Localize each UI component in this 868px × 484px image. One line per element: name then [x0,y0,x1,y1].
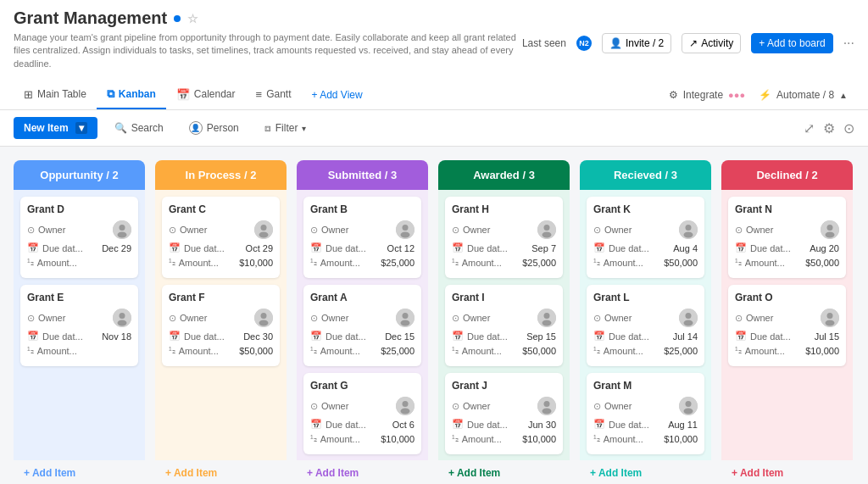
table-row[interactable]: Grant B ⊙ Owner 📅 Due dat... Oct 12 ¹₂ A… [303,197,421,278]
tab-kanban[interactable]: ⧉ Kanban [97,81,166,109]
add-item-received[interactable]: + Add Item [580,460,711,484]
svg-point-4 [120,313,125,319]
invite-button[interactable]: 👤 Invite / 2 [602,33,671,53]
table-row[interactable]: Grant F ⊙ Owner 📅 Due dat... Dec 30 ¹₂ A… [162,285,280,366]
table-row[interactable]: Grant E ⊙ Owner 📅 Due dat... Nov 18 ¹₂ A… [20,285,138,366]
amount-label-area: ¹₂ Amount... [735,257,785,268]
avatar [396,397,415,415]
tab-calendar[interactable]: 📅 Calendar [166,81,246,109]
svg-point-25 [544,313,550,319]
col-body-inprocess: Grant C ⊙ Owner 📅 Due dat... Oct 29 ¹₂ A… [155,190,287,460]
amount-label: Amount... [320,434,360,444]
card-due-field: 📅 Due dat... Nov 18 [27,331,131,342]
last-seen-label: Last seen [522,37,566,49]
amount-value: $10,000 [522,434,556,444]
star-icon[interactable]: ☆ [187,12,198,25]
calendar-field-icon: 📅 [310,419,322,430]
add-item-submitted[interactable]: + Add Item [297,460,428,484]
automate-icon: ⚡ [759,89,771,101]
table-row[interactable]: Grant M ⊙ Owner 📅 Due dat... Aug 11 ¹₂ A… [587,373,704,454]
table-row[interactable]: Grant K ⊙ Owner 📅 Due dat... Aug 4 ¹₂ Am… [587,197,704,278]
due-label: Due dat... [326,420,366,430]
new-item-dropdown-icon[interactable]: ▾ [75,122,87,134]
card-title-inprocess-1: Grant F [169,292,273,303]
amount-icon: ¹₂ [593,345,600,356]
due-value: Sep 15 [526,331,556,342]
integrate-area[interactable]: ⚙ Integrate ●●● [669,89,745,101]
owner-icon: ⊙ [735,313,743,324]
settings-icon[interactable]: ⚙ [823,120,835,136]
card-owner-field: ⊙ Owner [593,220,698,239]
table-row[interactable]: Grant I ⊙ Owner 📅 Due dat... Sep 15 ¹₂ A… [445,285,563,366]
automate-area[interactable]: ⚡ Automate / 8 ▲ [759,89,848,101]
card-title-received-2: Grant M [593,380,698,392]
card-due-field: 📅 Due dat... Dec 15 [310,331,415,342]
kanban-col-opportunity: Oppurtunity / 2 Grant D ⊙ Owner 📅 Due da… [14,160,145,484]
due-label-area: 📅 Due dat... [169,242,225,253]
table-row[interactable]: Grant A ⊙ Owner 📅 Due dat... Dec 15 ¹₂ A… [303,285,421,366]
svg-point-10 [261,313,267,319]
owner-icon: ⊙ [593,225,601,236]
card-amount-field: ¹₂ Amount... $50,000 [169,345,273,356]
due-label: Due dat... [467,331,508,342]
owner-label: Owner [321,401,348,411]
search-button[interactable]: 🔍 Search [106,118,172,138]
due-value: Aug 20 [810,243,839,253]
kanban-col-received: Recieved / 3 Grant K ⊙ Owner 📅 Due dat..… [580,160,711,484]
tab-main-table[interactable]: ⊞ Main Table [14,81,97,109]
activity-button[interactable]: ↗ Activity [682,33,741,53]
card-owner-field: ⊙ Owner [735,220,839,239]
table-row[interactable]: Grant L ⊙ Owner 📅 Due dat... Jul 14 ¹₂ A… [587,285,704,366]
fullscreen-icon[interactable]: ⤢ [804,120,815,136]
table-row[interactable]: Grant O ⊙ Owner 📅 Due dat... Jul 15 ¹₂ A… [728,285,846,366]
owner-label: Owner [604,313,632,323]
due-label-area: 📅 Due dat... [452,419,508,430]
svg-point-20 [401,409,410,414]
card-owner-field: ⊙ Owner [310,220,415,239]
card-owner-field: ⊙ Owner [27,220,131,239]
calendar-field-icon: 📅 [452,419,464,430]
add-item-opportunity[interactable]: + Add Item [14,460,145,484]
table-row[interactable]: Grant C ⊙ Owner 📅 Due dat... Oct 29 ¹₂ A… [162,197,280,278]
card-owner-field: ⊙ Owner [452,309,556,327]
amount-icon: ¹₂ [452,257,459,268]
calendar-icon: 📅 [176,88,190,101]
add-item-inprocess[interactable]: + Add Item [155,460,287,484]
table-row[interactable]: Grant N ⊙ Owner 📅 Due dat... Aug 20 ¹₂ A… [728,197,846,278]
more-options-icon[interactable]: ··· [843,36,854,51]
add-to-board-button[interactable]: + Add to board [751,33,832,53]
table-row[interactable]: Grant D ⊙ Owner 📅 Due dat... Dec 29 ¹₂ A… [20,197,138,278]
toolbar: New Item ▾ 🔍 Search 👤 Person ⧈ Filter ▾ … [0,110,868,147]
amount-icon: ¹₂ [452,433,459,444]
more-icon[interactable]: ⊙ [843,120,854,136]
card-owner-field: ⊙ Owner [593,397,698,415]
owner-label: Owner [746,313,773,323]
table-row[interactable]: Grant G ⊙ Owner 📅 Due dat... Oct 6 ¹₂ Am… [303,373,421,454]
table-row[interactable]: Grant J ⊙ Owner 📅 Due dat... Jun 30 ¹₂ A… [445,373,563,454]
tab-kanban-label: Kanban [119,88,156,100]
owner-icon: ⊙ [310,401,318,412]
card-due-field: 📅 Due dat... Dec 29 [27,242,131,253]
owner-icon: ⊙ [310,313,318,324]
add-view-tab[interactable]: + Add View [302,82,373,108]
filter-button[interactable]: ⧈ Filter ▾ [256,118,315,138]
card-amount-field: ¹₂ Amount... [27,345,131,356]
integrate-dots: ●●● [728,90,745,100]
due-label-area: 📅 Due dat... [310,419,366,430]
tab-gantt[interactable]: ≡ Gantt [246,81,302,109]
amount-label-area: ¹₂ Amount... [452,433,502,444]
amount-value: $10,000 [239,258,273,268]
integrate-icon: ⚙ [669,89,678,101]
due-value: Jul 15 [815,331,839,342]
add-item-declined[interactable]: + Add Item [721,460,853,484]
new-item-button[interactable]: New Item ▾ [14,117,97,139]
activity-label: Activity [701,37,733,49]
card-due-field: 📅 Due dat... Oct 12 [310,242,415,253]
add-item-awarded[interactable]: + Add Item [438,460,570,484]
card-title-awarded-0: Grant H [452,203,556,215]
person-filter-button[interactable]: 👤 Person [181,117,248,139]
card-owner-field: ⊙ Owner [452,397,556,415]
col-header-submitted: Submitted / 3 [297,160,428,190]
avatar [396,309,415,327]
table-row[interactable]: Grant H ⊙ Owner 📅 Due dat... Sep 7 ¹₂ Am… [445,197,563,278]
